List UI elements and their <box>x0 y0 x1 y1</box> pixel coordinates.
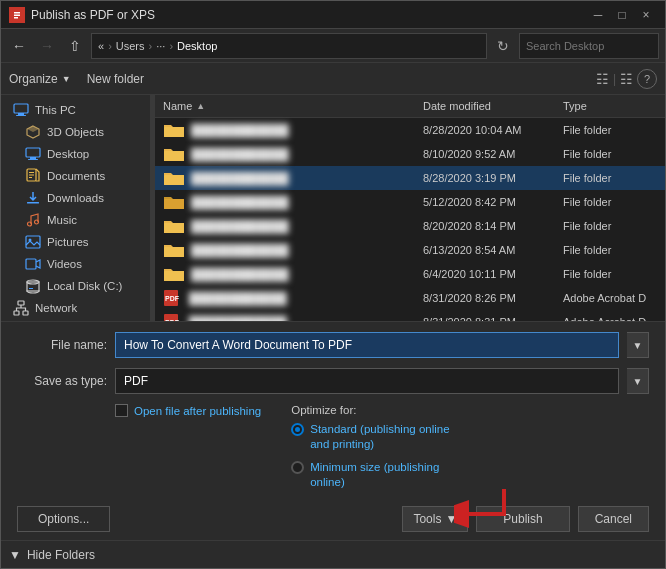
table-row[interactable]: ████████████ 8/10/2020 9:52 AM File fold… <box>155 142 665 166</box>
table-row[interactable]: ████████████ 6/4/2020 10:11 PM File fold… <box>155 262 665 286</box>
window-title: Publish as PDF or XPS <box>31 8 155 22</box>
file-list-header: Name ▲ Date modified Type <box>155 95 665 118</box>
folder-icon <box>163 193 185 211</box>
pdf-icon: PDF <box>163 289 183 307</box>
svg-rect-5 <box>18 113 24 115</box>
title-bar: Publish as PDF or XPS ─ □ × <box>1 1 665 29</box>
sidebar-label-videos: Videos <box>47 258 82 270</box>
sidebar-item-documents[interactable]: Documents <box>1 165 150 187</box>
open-after-checkbox[interactable] <box>115 404 128 417</box>
sidebar-item-downloads[interactable]: Downloads <box>1 187 150 209</box>
breadcrumb[interactable]: « › Users › ··· › Desktop <box>91 33 487 59</box>
table-row[interactable]: ████████████ 8/20/2020 8:14 PM File fold… <box>155 214 665 238</box>
hide-folders-label: Hide Folders <box>27 548 95 562</box>
svg-rect-26 <box>18 301 24 305</box>
sidebar-item-3d-objects[interactable]: 3D Objects <box>1 121 150 143</box>
view-toggle-button[interactable]: ☷ <box>596 71 609 87</box>
file-type: File folder <box>555 218 665 234</box>
search-box[interactable]: 🔍 <box>519 33 659 59</box>
svg-rect-31 <box>164 175 184 185</box>
close-button[interactable]: × <box>635 4 657 26</box>
minimize-button[interactable]: ─ <box>587 4 609 26</box>
forward-button[interactable]: → <box>35 34 59 58</box>
folder-icon <box>163 217 185 235</box>
open-after-checkbox-row[interactable]: Open file after publishing <box>115 404 261 417</box>
publish-button[interactable]: Publish <box>476 506 569 532</box>
table-row[interactable]: ████████████ 8/28/2020 3:19 PM File fold… <box>155 166 665 190</box>
sidebar-item-pictures[interactable]: Pictures <box>1 231 150 253</box>
standard-radio[interactable] <box>291 423 304 436</box>
table-row[interactable]: PDF ████████████ 8/31/2020 8:31 PM Adobe… <box>155 310 665 321</box>
filename-input[interactable] <box>115 332 619 358</box>
svg-rect-3 <box>14 17 18 19</box>
tools-button[interactable]: Tools ▼ <box>402 506 468 532</box>
optimize-for-label: Optimize for: <box>291 404 451 416</box>
organize-button[interactable]: Organize ▼ <box>9 72 71 86</box>
pc-icon <box>13 102 29 118</box>
column-header-type[interactable]: Type <box>555 97 665 115</box>
sidebar-item-this-pc[interactable]: This PC <box>1 99 150 121</box>
table-row[interactable]: ████████████ 6/13/2020 8:54 AM File fold… <box>155 238 665 262</box>
svg-rect-15 <box>29 177 32 178</box>
action-buttons-row: Options... Tools ▼ Publish Cancel <box>17 506 649 532</box>
sidebar-item-local-disk[interactable]: Local Disk (C:) <box>1 275 150 297</box>
sidebar-item-desktop[interactable]: Desktop <box>1 143 150 165</box>
action-bar: Organize ▼ New folder ☷ | ☷ ? <box>1 63 665 95</box>
table-row[interactable]: ████████████ 8/28/2020 10:04 AM File fol… <box>155 118 665 142</box>
file-type: Adobe Acrobat D <box>555 290 665 306</box>
savetype-select[interactable]: PDF <box>115 368 619 394</box>
music-icon <box>25 212 41 228</box>
new-folder-button[interactable]: New folder <box>87 72 144 86</box>
folder-icon <box>163 121 185 139</box>
desktop-icon <box>25 146 41 162</box>
folder-icon <box>163 145 185 163</box>
column-header-date[interactable]: Date modified <box>415 97 555 115</box>
file-type: File folder <box>555 194 665 210</box>
publish-options-row: Open file after publishing Optimize for:… <box>17 404 649 490</box>
bottom-section: File name: ▼ Save as type: PDF ▼ Open fi… <box>1 321 665 540</box>
breadcrumb-sep3: › <box>169 40 173 52</box>
filename-dropdown-icon[interactable]: ▼ <box>627 332 649 358</box>
sidebar-item-music[interactable]: Music <box>1 209 150 231</box>
cancel-button[interactable]: Cancel <box>578 506 649 532</box>
refresh-button[interactable]: ↻ <box>491 34 515 58</box>
svg-rect-14 <box>29 175 34 176</box>
back-button[interactable]: ← <box>7 34 31 58</box>
sidebar-label-3d: 3D Objects <box>47 126 104 138</box>
file-date: 8/20/2020 8:14 PM <box>415 218 555 234</box>
nav-toolbar: ← → ⇧ « › Users › ··· › Desktop ↻ 🔍 <box>1 29 665 63</box>
file-date: 8/31/2020 8:31 PM <box>415 314 555 321</box>
file-date: 8/31/2020 8:26 PM <box>415 290 555 306</box>
svg-rect-13 <box>29 172 34 173</box>
view-size-button[interactable]: ☷ <box>620 71 633 87</box>
svg-marker-8 <box>27 126 39 132</box>
options-button[interactable]: Options... <box>17 506 110 532</box>
table-row[interactable]: PDF ████████████ 8/31/2020 8:26 PM Adobe… <box>155 286 665 310</box>
standard-radio-row[interactable]: Standard (publishing online and printing… <box>291 422 451 452</box>
up-button[interactable]: ⇧ <box>63 34 87 58</box>
savetype-dropdown-icon[interactable]: ▼ <box>627 368 649 394</box>
svg-rect-33 <box>164 223 184 233</box>
minimum-radio-row[interactable]: Minimum size (publishing online) <box>291 460 451 490</box>
network-icon <box>13 300 29 316</box>
folder-icon <box>163 169 185 187</box>
sidebar-label-network: Network <box>35 302 77 314</box>
breadcrumb-item: « <box>98 40 104 52</box>
breadcrumb-item-dots: ··· <box>156 40 165 52</box>
table-row[interactable]: ████████████ 5/12/2020 8:42 PM File fold… <box>155 190 665 214</box>
file-date: 8/28/2020 3:19 PM <box>415 170 555 186</box>
maximize-button[interactable]: □ <box>611 4 633 26</box>
svg-rect-4 <box>14 104 28 113</box>
sidebar: This PC 3D Objects <box>1 95 151 321</box>
optimize-options: Standard (publishing online and printing… <box>291 422 451 490</box>
minimum-radio[interactable] <box>291 461 304 474</box>
help-button[interactable]: ? <box>637 69 657 89</box>
search-input[interactable] <box>526 40 664 52</box>
column-header-name[interactable]: Name ▲ <box>155 97 415 115</box>
file-name: ████████████ <box>191 196 289 208</box>
sidebar-item-videos[interactable]: Videos <box>1 253 150 275</box>
hide-folders-button[interactable]: ▼ Hide Folders <box>9 548 95 562</box>
minimum-label: Minimum size (publishing online) <box>310 460 451 490</box>
sidebar-item-network[interactable]: Network <box>1 297 150 319</box>
svg-rect-11 <box>28 159 38 160</box>
